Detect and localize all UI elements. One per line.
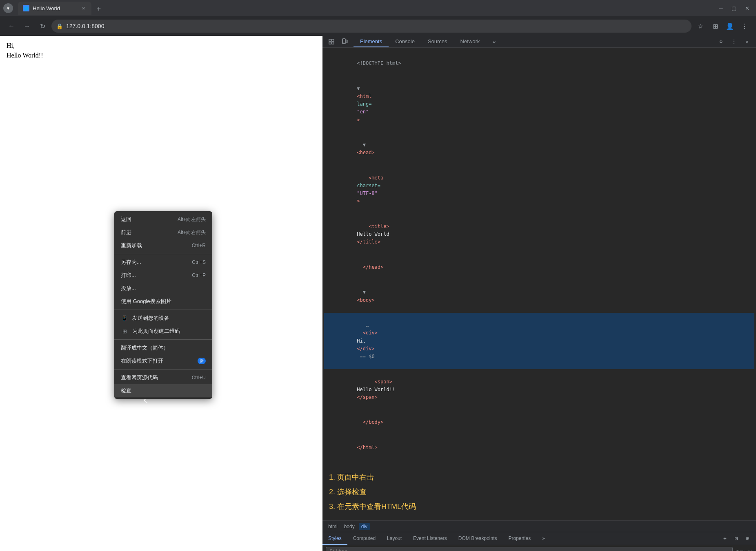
body-expand[interactable]: ▼ — [363, 289, 366, 295]
instruction-line-2: 2. 选择检查 — [329, 485, 749, 499]
meta-charset-val: "UTF-8" — [357, 190, 378, 196]
html-lang-val: "en" — [357, 109, 369, 115]
filter-hov-badge[interactable]: :hov — [736, 549, 745, 551]
webpage-hi-text: Hi, — [7, 41, 316, 51]
subtab-styles[interactable]: Styles — [322, 532, 347, 545]
menu-item-print[interactable]: 打印... Ctrl+P — [114, 269, 212, 282]
breadcrumb-div[interactable]: div — [359, 523, 370, 530]
menu-item-translate[interactable]: 翻译成中文（简体） — [114, 341, 212, 354]
devtools-tab-more[interactable]: » — [486, 36, 502, 47]
styles-more-icon[interactable]: ⊞ — [743, 534, 753, 544]
menu-item-print-label: 打印... — [121, 272, 136, 279]
minimize-button[interactable]: ─ — [715, 2, 727, 14]
devtools-close-icon[interactable]: ✕ — [741, 36, 753, 47]
breadcrumb-html[interactable]: html — [326, 523, 340, 530]
dom-html-close[interactable]: </html> — [324, 435, 754, 460]
menu-item-google-search-image-label: 使用 Google搜索图片 — [121, 298, 171, 305]
address-url: 127.0.0.1:8000 — [66, 23, 104, 29]
dom-span[interactable]: <span> Hello World!! </span> — [324, 369, 754, 410]
bookmark-button[interactable]: ☆ — [694, 20, 707, 33]
devtools-tab-network[interactable]: Network — [454, 36, 487, 47]
subtab-layout[interactable]: Layout — [381, 532, 407, 545]
dom-html[interactable]: ▼ <html lang= "en" > — [324, 76, 754, 133]
menu-item-print-shortcut: Ctrl+P — [192, 272, 206, 278]
tab-title: Hello World — [33, 5, 60, 11]
devtools-tab-console[interactable]: Console — [389, 36, 421, 47]
subtab-dom-breakpoints[interactable]: DOM Breakpoints — [453, 532, 503, 545]
dom-body-close[interactable]: </body> — [324, 410, 754, 435]
instruction-line-1: 1. 页面中右击 — [329, 470, 749, 485]
span-hello-text: Hello World!! — [357, 387, 395, 392]
dom-head-close[interactable]: </head> — [324, 255, 754, 280]
menu-item-google-search-image[interactable]: 使用 Google搜索图片 — [114, 295, 212, 308]
menu-item-forward-label: 前进 — [121, 229, 131, 236]
menu-button[interactable]: ⋮ — [738, 20, 751, 33]
devtools-settings-icon[interactable]: ⚙ — [715, 36, 727, 47]
profile-dropdown[interactable]: ▼ — [3, 3, 13, 13]
subtab-more[interactable]: » — [536, 532, 551, 545]
subtab-computed[interactable]: Computed — [347, 532, 381, 545]
menu-item-forward[interactable]: 前进 Alt+向右箭头 — [114, 226, 212, 239]
devtools-more-icon[interactable]: ⋮ — [728, 36, 740, 47]
head-expand[interactable]: ▼ — [363, 142, 366, 148]
menu-divider-4 — [114, 369, 212, 370]
qr-icon: ⊞ — [121, 328, 128, 335]
ellipsis-indicator: … — [366, 322, 369, 328]
title-bar: ▼ 🌐 Hello World ✕ + ─ ▢ ✕ — [0, 0, 756, 16]
menu-item-cast[interactable]: 投放... — [114, 282, 212, 295]
title-tag-close: </title> — [357, 239, 380, 245]
new-tab-button[interactable]: + — [93, 3, 105, 15]
menu-item-translate-label: 翻译成中文（简体） — [121, 344, 169, 352]
menu-item-inspect[interactable]: 检查 ↖ — [114, 384, 212, 397]
maximize-button[interactable]: ▢ — [728, 2, 740, 14]
reload-button[interactable]: ↻ — [36, 20, 49, 33]
meta-tag: <meta — [369, 175, 386, 181]
menu-item-send-to-device[interactable]: 📱 发送到您的设备 — [114, 312, 212, 325]
dom-body[interactable]: ▼ <body> — [324, 280, 754, 313]
dom-head[interactable]: ▼ <head> — [324, 133, 754, 166]
div-tag-close: </div> — [357, 346, 374, 352]
breadcrumb-body[interactable]: body — [342, 523, 357, 530]
menu-item-back[interactable]: 返回 Alt+向左箭头 — [114, 213, 212, 226]
content-area: Hi, Hello World!! 返回 Alt+向左箭头 前进 Alt+向右箭… — [0, 36, 756, 551]
menu-item-send-to-device-label: 发送到您的设备 — [132, 314, 169, 322]
devtools-inspect-icon[interactable] — [326, 36, 337, 47]
subtab-event-listeners[interactable]: Event Listeners — [407, 532, 453, 545]
dom-div-selected[interactable]: … <div> Hi, </div> == $0 — [324, 313, 754, 369]
menu-item-reader-mode[interactable]: 在朗读模式下打开 新 — [114, 354, 212, 367]
svg-rect-3 — [332, 42, 334, 44]
menu-item-saveas-label: 另存为... — [121, 259, 141, 266]
html-expand[interactable]: ▼ — [357, 86, 360, 91]
subtab-properties[interactable]: Properties — [503, 532, 537, 545]
user-button[interactable]: 👤 — [723, 20, 736, 33]
devtools-header: Elements Console Sources Network » ⚙ ⋮ ✕ — [322, 36, 756, 48]
back-button[interactable]: ← — [5, 20, 18, 33]
close-button[interactable]: ✕ — [741, 2, 753, 14]
forward-button[interactable]: → — [20, 20, 33, 33]
devtools-tab-sources[interactable]: Sources — [421, 36, 454, 47]
filter-right: :hov .cls — [736, 549, 753, 551]
doctype-text: <!DOCTYPE html> — [357, 60, 401, 66]
devtools-device-icon[interactable] — [339, 36, 350, 47]
dom-title[interactable]: <title> Hello World </title> — [324, 214, 754, 255]
filter-cls-badge[interactable]: .cls — [746, 549, 753, 551]
html-close-tag: </html> — [357, 445, 378, 450]
html-lang-attr: lang= — [357, 101, 371, 107]
dom-meta[interactable]: <meta charset= "UTF-8" > — [324, 166, 754, 214]
menu-item-qr-code[interactable]: ⊞ 为此页面创建二维码 — [114, 325, 212, 338]
body-tag: <body> — [357, 297, 374, 303]
filter-input[interactable] — [326, 547, 733, 551]
styles-add-rule-icon[interactable]: + — [720, 534, 730, 544]
instruction-line-3: 3. 在元素中查看HTML代码 — [329, 499, 749, 514]
context-menu: 返回 Alt+向左箭头 前进 Alt+向右箭头 重新加载 Ctrl+R 另存为.… — [114, 211, 212, 399]
menu-item-saveas[interactable]: 另存为... Ctrl+S — [114, 256, 212, 269]
split-view-button[interactable]: ⊞ — [709, 20, 722, 33]
active-tab[interactable]: 🌐 Hello World ✕ — [18, 2, 91, 15]
devtools-tab-elements[interactable]: Elements — [354, 36, 389, 47]
address-bar[interactable]: 🔒 127.0.0.1:8000 — [51, 20, 692, 33]
dom-doctype[interactable]: <!DOCTYPE html> — [324, 51, 754, 76]
styles-toggle-icon[interactable]: ⊡ — [732, 534, 741, 544]
tab-close-button[interactable]: ✕ — [80, 5, 87, 11]
menu-item-reload[interactable]: 重新加载 Ctrl+R — [114, 239, 212, 252]
menu-item-view-source[interactable]: 查看网页源代码 Ctrl+U — [114, 371, 212, 384]
